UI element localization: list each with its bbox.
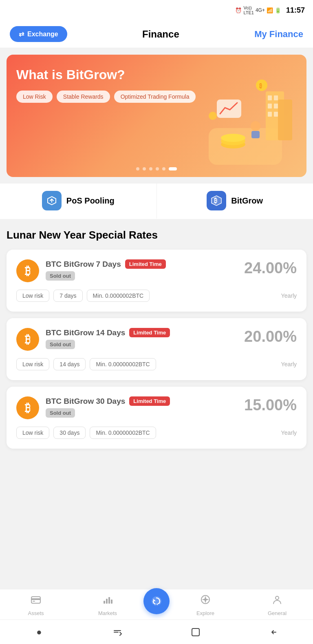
- tabs-section: PoS Pooling ₿ BitGrow: [0, 184, 313, 219]
- card-info-3: BTC BitGrow 30 Days Limited Time Sold ou…: [46, 396, 244, 416]
- card-info-1: BTC BitGrow 7 Days Limited Time Sold out: [46, 259, 244, 279]
- card-yearly-3: Yearly: [281, 429, 297, 436]
- banner: What is BitGrow? Low Risk Stable Rewards…: [7, 55, 306, 177]
- markets-icon: [102, 594, 113, 608]
- banner-dot-5: [162, 167, 165, 170]
- svg-rect-25: [111, 600, 112, 604]
- square-button[interactable]: [188, 625, 203, 640]
- card-tags-2: Low risk 14 days Min. 0.00000002BTC Year…: [16, 358, 297, 370]
- vol-icon: Vo))LTE1: [243, 5, 253, 15]
- card-tag-min-2: Min. 0.00000002BTC: [90, 358, 156, 370]
- markets-label: Markets: [98, 610, 117, 616]
- svg-point-12: [251, 121, 260, 131]
- svg-rect-31: [192, 629, 199, 636]
- tab-bitgrow[interactable]: ₿ BitGrow: [157, 184, 313, 219]
- status-bar: ⏰ Vo))LTE1 4G+ 📶 🔋 11:57: [0, 0, 313, 20]
- svg-text:₿: ₿: [214, 197, 217, 204]
- banner-tag-lowrisk: Low Risk: [16, 91, 53, 103]
- tab-pos-pooling[interactable]: PoS Pooling: [0, 184, 157, 219]
- card-tag-days-1: 7 days: [53, 290, 82, 302]
- svg-rect-23: [106, 599, 108, 604]
- nav-assets[interactable]: Assets: [0, 594, 72, 616]
- card-title-row-1: BTC BitGrow 7 Days Limited Time: [46, 259, 244, 269]
- back-button[interactable]: [267, 625, 281, 640]
- svg-rect-20: [31, 598, 40, 600]
- exchange-icon: ⇄: [19, 30, 24, 38]
- product-card-1[interactable]: ₿ BTC BitGrow 7 Days Limited Time Sold o…: [7, 250, 306, 312]
- card-tags-3: Low risk 30 days Min. 0.00000002BTC Year…: [16, 427, 297, 439]
- explore-label: Explore: [196, 610, 214, 616]
- card-title-row-2: BTC BitGrow 14 Days Limited Time: [46, 328, 244, 337]
- product-card-2[interactable]: ₿ BTC BitGrow 14 Days Limited Time Sold …: [7, 318, 306, 380]
- recent-button[interactable]: [110, 625, 125, 640]
- nav-finance-center[interactable]: [143, 588, 170, 614]
- home-button[interactable]: ●: [32, 625, 46, 640]
- card-tag-risk-2: Low risk: [16, 358, 49, 370]
- banner-dot-6-active: [169, 167, 177, 170]
- banner-tags: Low Risk Stable Rewards Optimized Tradin…: [16, 91, 297, 103]
- exchange-button[interactable]: ⇄ Exchange: [10, 26, 67, 42]
- card-tag-risk-3: Low risk: [16, 427, 49, 439]
- limited-badge-3: Limited Time: [129, 396, 170, 406]
- my-finance-link[interactable]: My Finance: [254, 29, 303, 40]
- soldout-badge-1: Sold out: [46, 271, 75, 281]
- banner-dot-3: [149, 167, 152, 170]
- bottom-nav: Assets Markets Explore: [0, 589, 313, 620]
- card-title-row-3: BTC BitGrow 30 Days Limited Time: [46, 396, 244, 406]
- card-rate-3: 15.00%: [244, 396, 297, 414]
- signal-icon: 📶: [267, 7, 273, 13]
- card-tag-risk-1: Low risk: [16, 290, 49, 302]
- btc-icon-2: ₿: [16, 328, 39, 351]
- card-yearly-2: Yearly: [281, 361, 297, 367]
- back-icon: [269, 628, 278, 637]
- nav-markets[interactable]: Markets: [72, 594, 143, 616]
- card-tag-days-3: 30 days: [53, 427, 86, 439]
- card-name-2: BTC BitGrow 14 Days: [46, 328, 125, 337]
- general-icon: [272, 594, 282, 608]
- app-header: ⇄ Exchange Finance My Finance: [0, 20, 313, 48]
- card-tags-1: Low risk 7 days Min. 0.0000002BTC Yearly: [16, 290, 297, 302]
- exchange-label: Exchange: [27, 31, 58, 38]
- network-icon: 4G+: [256, 7, 265, 13]
- card-header-2: ₿ BTC BitGrow 14 Days Limited Time Sold …: [16, 328, 297, 351]
- card-name-3: BTC BitGrow 30 Days: [46, 397, 125, 406]
- status-icons: ⏰ Vo))LTE1 4G+ 📶 🔋 11:57: [235, 5, 305, 15]
- nav-explore[interactable]: Explore: [170, 594, 241, 616]
- banner-dot-1: [136, 167, 139, 170]
- general-label: General: [268, 610, 287, 616]
- section-title: Lunar New Year Special Rates: [7, 229, 306, 241]
- banner-dot-4: [156, 167, 159, 170]
- svg-rect-24: [108, 597, 110, 604]
- card-yearly-1: Yearly: [281, 292, 297, 299]
- svg-point-17: [209, 112, 217, 120]
- svg-rect-7: [274, 112, 278, 117]
- limited-badge-1: Limited Time: [125, 259, 166, 269]
- card-tag-days-2: 14 days: [53, 358, 86, 370]
- nav-general[interactable]: General: [241, 594, 313, 616]
- alarm-icon: ⏰: [235, 7, 242, 13]
- banner-tag-optimized: Optimized Trading Formula: [114, 91, 196, 103]
- soldout-badge-2: Sold out: [46, 340, 75, 349]
- soldout-badge-3: Sold out: [46, 408, 75, 418]
- banner-title: What is BitGrow?: [16, 67, 297, 82]
- card-tag-min-1: Min. 0.0000002BTC: [87, 290, 150, 302]
- btc-icon-1: ₿: [16, 259, 39, 282]
- card-rate-1: 24.00%: [244, 259, 297, 277]
- svg-rect-8: [278, 100, 292, 140]
- product-card-3[interactable]: ₿ BTC BitGrow 30 Days Limited Time Sold …: [7, 387, 306, 449]
- pos-pooling-label: PoS Pooling: [66, 196, 115, 206]
- limited-badge-2: Limited Time: [129, 328, 170, 337]
- header-title: Finance: [142, 29, 179, 40]
- card-header-1: ₿ BTC BitGrow 7 Days Limited Time Sold o…: [16, 259, 297, 282]
- banner-content: What is BitGrow? Low Risk Stable Rewards…: [16, 67, 297, 103]
- assets-label: Assets: [28, 610, 44, 616]
- bitgrow-label: BitGrow: [231, 196, 263, 206]
- svg-rect-22: [104, 601, 105, 604]
- home-icon: ●: [36, 627, 42, 637]
- square-icon: [191, 628, 200, 637]
- recent-icon: [112, 627, 122, 637]
- banner-tag-stable: Stable Rewards: [57, 91, 110, 103]
- card-info-2: BTC BitGrow 14 Days Limited Time Sold ou…: [46, 328, 244, 348]
- card-name-1: BTC BitGrow 7 Days: [46, 260, 121, 269]
- explore-icon: [200, 594, 211, 608]
